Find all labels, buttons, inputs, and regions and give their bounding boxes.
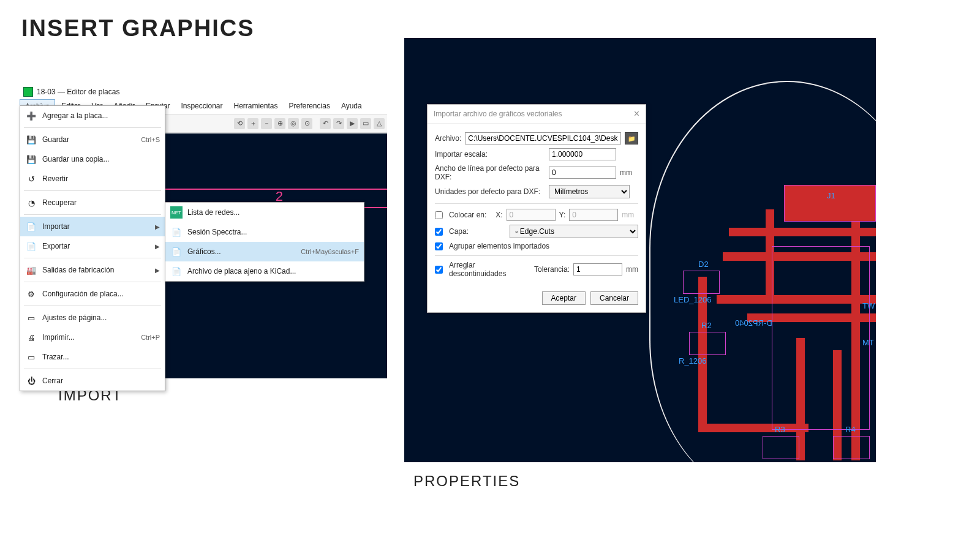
file-input[interactable] — [465, 132, 621, 144]
print-icon: 🖨 — [25, 331, 37, 343]
label-mt: MT — [862, 338, 874, 347]
measure-icon[interactable]: △ — [374, 118, 385, 129]
menu-item[interactable]: ↺Revertir — [20, 169, 165, 189]
menu-separator — [24, 258, 161, 258]
zoom-window-icon[interactable]: ◎ — [288, 118, 299, 129]
browse-button-icon[interactable]: 📁 — [625, 132, 638, 144]
menu-item-label: Guardar — [42, 135, 136, 144]
label-tw: TW — [862, 301, 875, 310]
rotate-icon[interactable]: ▶ — [347, 118, 358, 129]
add-board-icon: ➕ — [25, 110, 37, 122]
undo-icon[interactable]: ↶ — [320, 118, 331, 129]
menu-separator — [24, 190, 161, 191]
submenu-item-label: Archivo de placa ajeno a KiCad... — [187, 267, 359, 276]
footprint-r2 — [689, 332, 726, 355]
menu-item[interactable]: ➕Agregar a la placa... — [20, 106, 165, 126]
close-icon: ⏻ — [25, 375, 37, 387]
unit-mm: mm — [626, 265, 638, 274]
revert-icon: ↺ — [25, 173, 37, 185]
menu-item[interactable]: ▭Ajustes de página... — [20, 308, 165, 328]
menu-item-label: Guardar una copia... — [42, 155, 160, 163]
submenu-item[interactable]: 📄Archivo de placa ajeno a KiCad... — [165, 261, 364, 281]
menu-item-label: Cerrar — [42, 377, 160, 385]
window-title: 18-03 — Editor de placas — [37, 88, 119, 96]
scale-label: Importar escala: — [435, 150, 545, 159]
chevron-right-icon: ▶ — [155, 223, 160, 230]
submenu-item-label: Sesión Specctra... — [187, 228, 359, 236]
menu-item[interactable]: 🏭Salidas de fabricación▶ — [20, 260, 165, 280]
file-menu-dropdown[interactable]: ➕Agregar a la placa...💾GuardarCtrl+S💾Gua… — [20, 105, 165, 391]
menu-item[interactable]: 📄Exportar▶ — [20, 236, 165, 256]
footprint-d2 — [683, 271, 720, 294]
redo-icon[interactable]: ↷ — [333, 118, 344, 129]
tolerance-input[interactable] — [573, 263, 622, 276]
separator — [435, 203, 638, 204]
label-d2: D2 — [698, 260, 709, 269]
ok-button[interactable]: Aceptar — [542, 291, 586, 305]
submenu-item-label: Gráficos... — [187, 247, 296, 256]
label-led: LED_1206 — [674, 295, 711, 304]
dxf-units-select[interactable]: Milímetros — [549, 185, 630, 198]
save-icon: 💾 — [25, 133, 37, 146]
submenu-item[interactable]: 📄Gráficos...Ctrl+Mayúsculas+F — [165, 242, 364, 261]
zoom-fit-icon[interactable]: ⊕ — [274, 118, 285, 129]
menu-item[interactable]: ⏻Cerrar — [20, 371, 165, 391]
menu-preferencias[interactable]: Preferencias — [284, 99, 335, 114]
save-copy-icon: 💾 — [25, 153, 37, 165]
menu-item[interactable]: ⚙Configuración de placa... — [20, 284, 165, 304]
label-r2: R2 — [701, 321, 712, 330]
submenu-item[interactable]: 📄Sesión Specctra... — [165, 222, 364, 242]
dialog-close-icon[interactable]: × — [634, 108, 639, 119]
dialog-titlebar[interactable]: Importar archivo de gráficos vectoriales… — [428, 105, 646, 124]
nonkicad-icon: 📄 — [170, 265, 183, 277]
menu-separator — [24, 369, 161, 369]
menu-item-label: Exportar — [42, 242, 150, 250]
cancel-button[interactable]: Cancelar — [590, 291, 638, 305]
slide-title: INSERT GRAPHICS — [21, 15, 254, 42]
dxf-width-input[interactable] — [549, 167, 616, 179]
zoom-in-icon[interactable]: ＋ — [247, 118, 258, 129]
menu-item[interactable]: 💾GuardarCtrl+S — [20, 130, 165, 149]
submenu-item[interactable]: NETLista de redes... — [165, 203, 364, 222]
import-submenu[interactable]: NETLista de redes...📄Sesión Specctra...📄… — [165, 202, 364, 282]
scale-input[interactable] — [549, 148, 616, 160]
place-at-checkbox[interactable] — [435, 211, 443, 219]
tolerance-label: Tolerancia: — [534, 265, 570, 274]
menu-ayuda[interactable]: Ayuda — [336, 99, 367, 114]
unit-mm: mm — [620, 168, 632, 177]
menu-item-label: Importar — [42, 222, 150, 231]
menu-item[interactable]: ▭Trazar... — [20, 347, 165, 367]
group-checkbox[interactable] — [435, 242, 443, 250]
chevron-right-icon: ▶ — [155, 243, 160, 250]
submenu-item-label: Lista de redes... — [187, 208, 359, 217]
separator — [435, 255, 638, 256]
flip-icon[interactable]: ▭ — [360, 118, 371, 129]
menu-item-label: Recuperar — [42, 198, 160, 207]
layer-checkbox[interactable] — [435, 228, 443, 236]
menu-item-label: Salidas de fabricación — [42, 266, 150, 274]
footprint-r3 — [763, 436, 799, 459]
fix-label: Arreglar descontinuidades — [449, 261, 527, 278]
menu-inspeccionar[interactable]: Inspeccionar — [176, 99, 227, 114]
menu-item-label: Configuración de placa... — [42, 290, 160, 298]
menu-separator — [24, 282, 161, 282]
fab-out-icon: 🏭 — [25, 264, 37, 276]
fix-checkbox[interactable] — [435, 266, 443, 274]
menu-item[interactable]: 📄Importar▶ — [20, 217, 165, 236]
label-r4: R4 — [845, 425, 856, 434]
footprint-outline — [772, 246, 870, 430]
zoom-out-icon[interactable]: － — [261, 118, 272, 129]
menu-separator — [24, 127, 161, 128]
graphics-icon: 📄 — [170, 246, 183, 258]
menu-item[interactable]: 💾Guardar una copia... — [20, 149, 165, 169]
menu-accel: Ctrl+S — [141, 136, 160, 143]
import-graphics-dialog: Importar archivo de gráficos vectoriales… — [427, 104, 646, 313]
menu-herramientas[interactable]: Herramientas — [228, 99, 282, 114]
refresh-icon[interactable]: ⟲ — [234, 118, 245, 129]
layer-select[interactable]: ▫ Edge.Cuts — [510, 225, 638, 238]
import-icon: 📄 — [25, 220, 37, 233]
zoom-selection-icon[interactable]: ⊙ — [301, 118, 312, 129]
plot-icon: ▭ — [25, 351, 37, 363]
menu-item[interactable]: 🖨Imprimir...Ctrl+P — [20, 328, 165, 347]
menu-item[interactable]: ◔Recuperar — [20, 193, 165, 212]
